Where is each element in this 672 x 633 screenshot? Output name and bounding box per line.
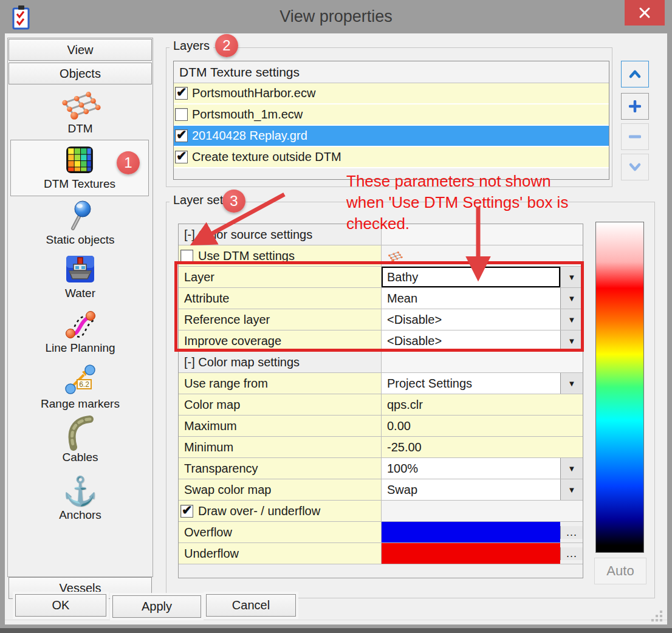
minimum-value[interactable]: -25.00 (382, 437, 583, 457)
table-row-overflow: Overflow ... (179, 522, 583, 543)
sidebar-item-static-objects[interactable]: Static objects (9, 199, 151, 247)
window-bottom-edge (0, 628, 672, 633)
reference-layer-dropdown-arrow[interactable]: ▼ (560, 309, 583, 330)
annotation-text: These parameters not shown when 'Use DTM… (346, 171, 620, 234)
use-range-from-dropdown[interactable]: Project Settings (382, 373, 560, 394)
sidebar-item-dtm[interactable]: DTM (9, 88, 151, 135)
layers-list: DTM Texture settings PortsmouthHarbor.ec… (173, 61, 609, 180)
layer-row-20140428-replay[interactable]: 20140428 Replay.grd (174, 126, 609, 147)
row-label: Swap color map (179, 479, 382, 500)
callout-badge-2: 2 (215, 34, 238, 57)
anchor-icon: ⚓ (63, 476, 97, 506)
sidebar-item-label: Line Planning (9, 341, 151, 355)
overflow-color-picker-button[interactable]: ... (560, 526, 583, 539)
dtm-mesh-icon (59, 89, 101, 120)
underflow-color-picker-button[interactable]: ... (560, 547, 583, 560)
table-row-underflow: Underflow ... (179, 543, 583, 564)
color-map-value[interactable]: qps.clr (382, 394, 583, 415)
chevron-up-icon (628, 69, 642, 79)
layer-checkbox[interactable] (175, 151, 188, 163)
tab-view[interactable]: View (9, 39, 152, 61)
range-markers-icon: 6.2 (64, 364, 97, 395)
remove-layer-button[interactable] (621, 123, 649, 150)
improve-coverage-dropdown[interactable]: <Disable> (382, 330, 560, 351)
attribute-dropdown-arrow[interactable]: ▼ (560, 288, 583, 309)
table-row-reference-layer: Reference layer <Disable> ▼ (179, 309, 583, 330)
layers-group-title: Layers (170, 39, 213, 53)
row-label: Layer (179, 267, 382, 287)
table-filler (179, 564, 583, 578)
layer-checkbox[interactable] (175, 87, 188, 100)
move-down-button[interactable] (621, 154, 649, 180)
table-row-attribute: Attribute Mean ▼ (179, 288, 583, 309)
table-row-draw-over-underflow: Draw over- / underflow (179, 501, 583, 522)
callout-badge-3: 3 (222, 190, 245, 213)
transparency-dropdown[interactable]: 100% (382, 458, 560, 479)
layer-row-portsmouthharbor[interactable]: PortsmouthHarbor.ecw (174, 83, 609, 104)
ok-button[interactable]: OK (15, 594, 106, 617)
close-button[interactable] (625, 0, 665, 26)
row-label: Transparency (179, 458, 382, 479)
layer-dropdown-arrow[interactable]: ▼ (560, 267, 583, 287)
apply-button[interactable]: Apply (112, 595, 201, 618)
add-layer-button[interactable] (621, 93, 649, 120)
underflow-color-swatch[interactable] (382, 543, 560, 564)
layer-setup-table: [-] Color source settings Use DTM settin… (178, 224, 583, 578)
overflow-color-swatch[interactable] (382, 522, 560, 542)
group-row-label: [-] Color map settings (179, 352, 382, 372)
table-row-color-map: Color map qps.clr (179, 394, 583, 416)
row-label: Reference layer (179, 309, 382, 330)
layer-checkbox[interactable] (175, 129, 188, 142)
sidebar-item-water[interactable]: Water (9, 253, 151, 300)
resize-grip[interactable] (650, 609, 663, 623)
sidebar-item-line-planning[interactable]: Line Planning (9, 307, 151, 355)
draw-over-underflow-checkbox[interactable] (180, 505, 193, 518)
transparency-dropdown-arrow[interactable]: ▼ (560, 458, 583, 479)
footer-divider (5, 620, 667, 620)
chevron-down-icon (628, 162, 642, 172)
improve-coverage-dropdown-arrow[interactable]: ▼ (560, 330, 583, 351)
swap-color-map-dropdown-arrow[interactable]: ▼ (560, 479, 583, 500)
auto-button[interactable]: Auto (594, 558, 646, 584)
use-dtm-settings-checkbox[interactable] (180, 250, 193, 262)
table-row-use-range-from: Use range from Project Settings ▼ (179, 373, 583, 394)
sidebar-item-anchors[interactable]: ⚓ Anchors (9, 474, 151, 522)
callout-badge-1: 1 (117, 151, 140, 174)
row-label: Overflow (179, 522, 382, 542)
close-icon (638, 6, 651, 19)
reference-layer-dropdown[interactable]: <Disable> (382, 309, 560, 330)
table-row-layer: Layer Bathy ▼ (179, 267, 583, 288)
layer-row-portsmouth-1m[interactable]: Portsmouth_1m.ecw (174, 104, 609, 126)
attribute-dropdown[interactable]: Mean (382, 288, 560, 309)
swap-color-map-dropdown[interactable]: Swap (382, 479, 560, 500)
cancel-button[interactable]: Cancel (206, 594, 296, 617)
tab-objects[interactable]: Objects (9, 63, 152, 84)
sidebar-item-range-markers[interactable]: 6.2 Range markers (9, 363, 151, 411)
layer-row-label: PortsmouthHarbor.ecw (192, 86, 315, 100)
range-marker-value: 6.2 (79, 380, 89, 389)
layer-dropdown[interactable]: Bathy (382, 267, 560, 287)
layer-row-create-texture[interactable]: Create texture outside DTM (174, 147, 609, 168)
row-label: Use DTM settings (198, 249, 295, 263)
boat-icon (66, 255, 95, 283)
sidebar-item-cables[interactable]: Cables (9, 417, 151, 464)
layers-list-header: DTM Texture settings (174, 61, 609, 83)
table-row-minimum: Minimum -25.00 (179, 437, 583, 458)
sidebar-item-label: Water (9, 287, 151, 300)
sidebar-item-label: DTM (9, 122, 151, 135)
row-label: Draw over- / underflow (198, 504, 320, 518)
layer-row-label: Portsmouth_1m.ecw (192, 108, 303, 121)
use-range-from-dropdown-arrow[interactable]: ▼ (560, 373, 583, 394)
table-row-use-dtm-settings[interactable]: Use DTM settings (179, 245, 583, 267)
move-up-button[interactable] (621, 61, 649, 87)
window-title: View properties (0, 0, 672, 33)
sidebar-item-label: Cables (9, 451, 151, 464)
minus-icon (629, 134, 641, 139)
layer-row-label: Create texture outside DTM (192, 150, 341, 164)
maximum-value[interactable]: 0.00 (382, 416, 583, 436)
layer-checkbox[interactable] (175, 108, 188, 121)
table-row-color-map-settings[interactable]: [-] Color map settings (179, 352, 583, 373)
table-row-swap-color-map: Swap color map Swap ▼ (179, 479, 583, 501)
cable-icon (64, 416, 96, 451)
table-row-maximum: Maximum 0.00 (179, 416, 583, 437)
